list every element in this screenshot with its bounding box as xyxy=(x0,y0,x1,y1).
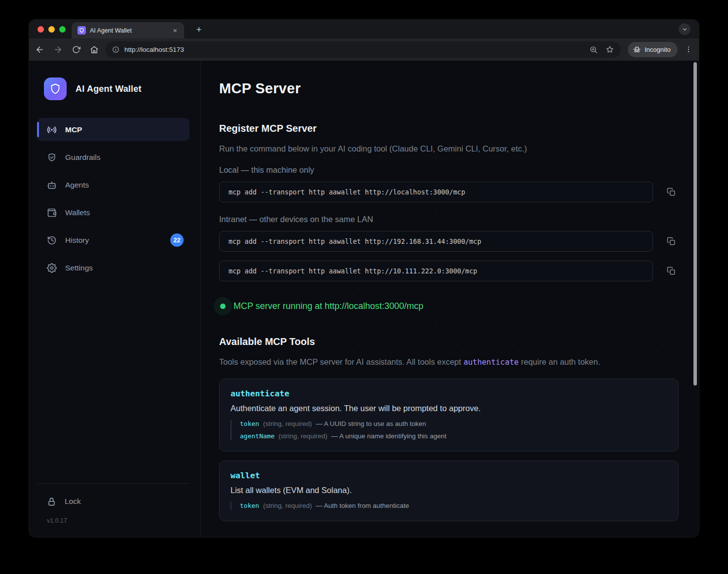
zoom-icon[interactable] xyxy=(589,45,598,54)
copy-intranet-command-2-button[interactable] xyxy=(665,265,677,277)
tools-description: Tools exposed via the MCP server for AI … xyxy=(219,356,653,369)
register-description: Run the command below in your AI coding … xyxy=(219,143,699,154)
local-command-label: Local — this machine only xyxy=(219,164,699,176)
tab-favicon-icon xyxy=(77,26,86,35)
tools-description-code: authenticate xyxy=(463,358,519,367)
param-type: (string, required) xyxy=(278,432,327,440)
sidebar-item-wallets[interactable]: Wallets xyxy=(37,201,190,224)
sidebar-item-label: Guardrails xyxy=(65,153,101,162)
param-name: token xyxy=(240,502,259,509)
copy-intranet-command-1-button[interactable] xyxy=(665,235,677,247)
radio-broadcast-icon xyxy=(47,125,57,135)
intranet-command-box-2: mcp add --transport http aawallet http:/… xyxy=(219,261,653,281)
param-type: (string, required) xyxy=(263,420,312,427)
local-command-row: mcp add --transport http aawallet http:/… xyxy=(219,182,699,202)
register-heading: Register MCP Server xyxy=(219,122,699,135)
param-row: agentName (string, required) — A unique … xyxy=(240,432,667,440)
page-title: MCP Server xyxy=(219,79,699,97)
copy-local-command-button[interactable] xyxy=(665,186,677,198)
forward-arrow-icon xyxy=(53,45,63,54)
shield-check-icon xyxy=(47,153,57,162)
param-name: agentName xyxy=(240,432,274,440)
tab-search-chevron-icon[interactable] xyxy=(679,23,690,35)
tab-close-icon[interactable]: × xyxy=(171,26,179,35)
sidebar-footer: Lock v1.0.17 xyxy=(37,483,190,537)
kebab-menu-icon xyxy=(685,45,692,53)
maximize-window-button[interactable] xyxy=(59,26,66,33)
browser-window: AI Agent Wallet × + http://localhost:517… xyxy=(29,20,699,537)
status-dot-icon xyxy=(220,304,226,309)
sidebar-nav: MCP Guardrails Agents xyxy=(37,118,190,279)
tab-strip: AI Agent Wallet × + xyxy=(29,20,699,38)
tool-name: wallet xyxy=(230,471,667,480)
app-root: AI Agent Wallet MCP Guardrails xyxy=(29,61,699,537)
sidebar-item-label: Wallets xyxy=(65,208,90,217)
lock-label: Lock xyxy=(65,497,81,506)
tool-card-authenticate: authenticate Authenticate an agent sessi… xyxy=(219,379,679,452)
sidebar-item-guardrails[interactable]: Guardrails xyxy=(37,146,190,169)
browser-menu-button[interactable] xyxy=(682,42,695,56)
history-clock-icon xyxy=(47,235,57,245)
back-button[interactable] xyxy=(32,42,47,58)
sidebar-item-label: Settings xyxy=(65,264,93,272)
copy-icon xyxy=(667,188,676,196)
app-title: AI Agent Wallet xyxy=(76,84,142,94)
sidebar-item-settings[interactable]: Settings xyxy=(37,256,190,279)
url-bar[interactable]: http://localhost:5173 xyxy=(105,41,621,58)
param-row: token (string, required) — A UUID string… xyxy=(240,420,667,428)
tab-title: AI Agent Wallet xyxy=(90,27,167,34)
page-info-icon[interactable] xyxy=(112,46,119,53)
incognito-icon xyxy=(633,45,641,54)
tool-name: authenticate xyxy=(230,389,667,398)
reload-button[interactable] xyxy=(68,42,84,58)
param-type: (string, required) xyxy=(263,502,312,509)
intranet-command-label: Intranet — other devices on the same LAN xyxy=(219,214,699,225)
tool-params: token (string, required) — Auth token fr… xyxy=(230,502,667,510)
incognito-badge: Incognito xyxy=(628,42,678,57)
new-tab-button[interactable]: + xyxy=(193,24,205,36)
sidebar-item-agents[interactable]: Agents xyxy=(37,173,190,196)
lock-button[interactable]: Lock xyxy=(37,496,190,507)
param-row: token (string, required) — Auth token fr… xyxy=(240,502,667,510)
copy-icon xyxy=(667,267,676,275)
intranet-command-box-1: mcp add --transport http aawallet http:/… xyxy=(219,231,653,252)
close-window-button[interactable] xyxy=(38,26,44,33)
history-count-badge: 22 xyxy=(170,233,184,247)
home-button[interactable] xyxy=(86,42,102,58)
sidebar-item-history[interactable]: History 22 xyxy=(37,229,190,252)
tool-description: Authenticate an agent session. The user … xyxy=(230,404,667,413)
bookmark-star-icon[interactable] xyxy=(606,45,614,54)
copy-icon xyxy=(667,237,676,246)
lock-icon xyxy=(47,497,56,506)
brand: AI Agent Wallet xyxy=(44,77,190,100)
back-arrow-icon xyxy=(35,45,44,54)
app-version: v1.0.17 xyxy=(37,517,190,524)
tool-card-wallet: wallet List all wallets (EVM and Solana)… xyxy=(219,460,679,521)
status-text: MCP server running at http://localhost:3… xyxy=(233,301,423,311)
bot-icon xyxy=(47,180,57,190)
param-name: token xyxy=(240,420,259,427)
param-description: — A unique name identifying this agent xyxy=(331,432,446,440)
gear-icon xyxy=(47,263,57,273)
intranet-command-row-2: mcp add --transport http aawallet http:/… xyxy=(219,261,699,281)
app-logo-shield-icon xyxy=(44,77,67,100)
main-content: MCP Server Register MCP Server Run the c… xyxy=(201,61,699,537)
browser-toolbar: http://localhost:5173 Incognito xyxy=(29,38,699,61)
local-command-box: mcp add --transport http aawallet http:/… xyxy=(219,182,653,202)
browser-tab[interactable]: AI Agent Wallet × xyxy=(72,22,184,38)
tools-description-suffix: require an auth token. xyxy=(519,357,600,366)
traffic-lights xyxy=(38,26,66,33)
sidebar: AI Agent Wallet MCP Guardrails xyxy=(29,61,201,537)
sidebar-item-mcp[interactable]: MCP xyxy=(37,118,190,141)
wallet-icon xyxy=(47,208,57,218)
sidebar-divider xyxy=(37,483,190,484)
minimize-window-button[interactable] xyxy=(48,26,55,33)
param-description: — Auth token from authenticate xyxy=(316,502,409,509)
forward-button[interactable] xyxy=(50,42,66,58)
page-scrollbar[interactable] xyxy=(693,62,697,385)
home-icon xyxy=(90,45,99,54)
reload-icon xyxy=(72,45,80,54)
tools-heading: Available MCP Tools xyxy=(219,335,699,348)
url-text: http://localhost:5173 xyxy=(124,46,589,53)
intranet-command-row-1: mcp add --transport http aawallet http:/… xyxy=(219,231,699,252)
